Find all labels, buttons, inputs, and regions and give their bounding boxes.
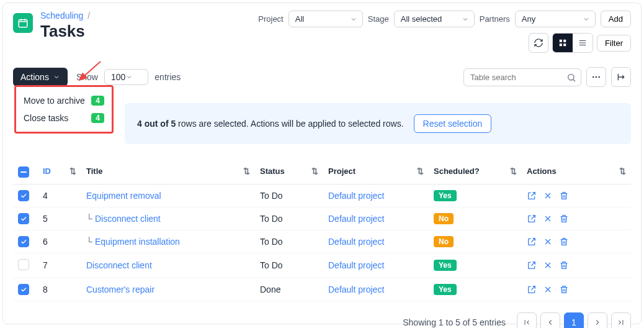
tree-icon: └ — [86, 214, 92, 224]
col-project[interactable]: Project⇅ — [323, 159, 429, 184]
filter-project-label: Project — [258, 14, 283, 24]
cell-project: Default project — [323, 184, 429, 207]
delete-icon[interactable] — [559, 214, 569, 224]
delete-icon[interactable] — [559, 260, 569, 270]
filter-button[interactable]: Filter — [597, 35, 631, 52]
row-checkbox[interactable] — [18, 236, 29, 247]
svg-rect-4 — [563, 43, 566, 46]
col-actions[interactable]: Actions⇅ — [522, 159, 631, 184]
delete-icon[interactable] — [559, 237, 569, 247]
cell-title: Equipment removal — [81, 184, 255, 207]
search-input[interactable] — [463, 68, 581, 86]
prev-page-button[interactable] — [540, 312, 560, 328]
open-icon[interactable] — [527, 214, 537, 224]
project-link[interactable]: Default project — [328, 191, 384, 201]
open-icon[interactable] — [527, 191, 537, 201]
filter-partners-select[interactable]: Any — [515, 11, 596, 27]
open-icon[interactable] — [527, 285, 537, 294]
cell-id: 5 — [38, 207, 81, 230]
first-page-button[interactable] — [517, 312, 537, 328]
page-1-button[interactable]: 1 — [564, 312, 584, 328]
svg-point-8 — [598, 76, 600, 78]
svg-line-9 — [79, 62, 101, 80]
project-link[interactable]: Default project — [328, 237, 384, 247]
dropdown-item-label: Close tasks — [24, 113, 68, 123]
cell-title: └Disconnect client — [81, 207, 255, 230]
add-button[interactable]: Add — [601, 11, 631, 27]
grid-view-button[interactable] — [553, 34, 573, 52]
project-link[interactable]: Default project — [328, 260, 384, 270]
chevron-down-icon — [53, 73, 60, 81]
entries-label: entries — [154, 72, 181, 82]
delete-icon[interactable] — [559, 285, 569, 294]
refresh-button[interactable] — [529, 33, 548, 53]
task-title-link[interactable]: Equipment installation — [95, 237, 180, 247]
page-title: Tasks — [40, 22, 92, 41]
svg-point-6 — [593, 76, 594, 78]
close-icon[interactable] — [543, 191, 553, 201]
row-actions — [527, 191, 626, 201]
list-view-button[interactable] — [573, 34, 593, 52]
filter-project-select[interactable]: All — [288, 11, 363, 27]
pagination: 1 — [517, 312, 631, 328]
chevron-down-icon — [125, 73, 133, 81]
open-icon[interactable] — [527, 260, 537, 270]
svg-point-7 — [596, 76, 597, 78]
action-close-tasks[interactable]: Close tasks 4 — [22, 109, 105, 127]
cell-status: To Do — [255, 184, 323, 207]
action-move-to-archive[interactable]: Move to archive 4 — [22, 92, 105, 109]
filter-stage-select[interactable]: All selected — [394, 11, 475, 27]
title-block: Scheduling / Tasks — [40, 11, 92, 41]
last-page-button[interactable] — [611, 312, 631, 328]
open-icon[interactable] — [527, 237, 537, 247]
cell-status: Done — [255, 278, 323, 301]
banner-count: 4 out of 5 — [137, 119, 176, 129]
col-scheduled[interactable]: Scheduled?⇅ — [429, 159, 522, 184]
cell-scheduled: Yes — [429, 184, 522, 207]
row-checkbox[interactable] — [18, 259, 29, 270]
filter-partners-label: Partners — [480, 14, 510, 24]
col-title[interactable]: Title⇅ — [81, 159, 255, 184]
table-row: 7Disconnect clientTo DoDefault projectYe… — [13, 253, 631, 278]
col-id[interactable]: ID⇅ — [38, 159, 81, 184]
reset-selection-button[interactable]: Reset selection — [414, 114, 492, 133]
scheduled-badge: No — [434, 213, 454, 224]
cell-project: Default project — [323, 278, 429, 301]
task-title-link[interactable]: Equipment removal — [86, 191, 161, 201]
row-checkbox[interactable] — [18, 284, 29, 295]
export-button[interactable] — [611, 67, 631, 87]
close-icon[interactable] — [543, 237, 553, 247]
view-toolbar: Filter — [529, 33, 631, 53]
task-title-link[interactable]: Disconnect client — [86, 260, 152, 270]
close-icon[interactable] — [543, 214, 553, 224]
task-title-link[interactable]: Disconnect client — [95, 214, 161, 224]
chevron-down-icon — [350, 16, 357, 23]
actions-dropdown-button[interactable]: Actions — [13, 68, 68, 86]
dropdown-item-count: 4 — [91, 113, 104, 123]
col-status[interactable]: Status⇅ — [255, 159, 323, 184]
cell-title: Customer's repair — [81, 278, 255, 301]
page-size-select[interactable]: 100 — [104, 69, 148, 85]
sort-icon: ⇅ — [619, 166, 626, 176]
page-container: Scheduling / Tasks Project All Stage All… — [2, 2, 642, 324]
cell-project: Default project — [323, 230, 429, 253]
project-link[interactable]: Default project — [328, 214, 384, 224]
next-page-button[interactable] — [588, 312, 607, 328]
more-options-button[interactable] — [586, 67, 606, 87]
row-checkbox[interactable] — [18, 190, 29, 201]
select-all-checkbox[interactable] — [18, 166, 29, 178]
delete-icon[interactable] — [559, 191, 569, 201]
close-icon[interactable] — [543, 285, 553, 294]
tasks-table: ID⇅ Title⇅ Status⇅ Project⇅ Scheduled?⇅ … — [13, 159, 631, 301]
task-title-link[interactable]: Customer's repair — [86, 285, 154, 294]
table-row: 8Customer's repairDoneDefault projectYes — [13, 278, 631, 301]
breadcrumb-parent[interactable]: Scheduling — [40, 11, 83, 20]
cell-title: └Equipment installation — [81, 230, 255, 253]
row-checkbox[interactable] — [18, 213, 29, 224]
filter-stage-label: Stage — [368, 14, 389, 24]
close-icon[interactable] — [543, 260, 553, 270]
sort-icon: ⇅ — [311, 166, 318, 176]
cell-id: 7 — [38, 253, 81, 278]
scheduled-badge: Yes — [434, 260, 457, 271]
project-link[interactable]: Default project — [328, 285, 384, 294]
